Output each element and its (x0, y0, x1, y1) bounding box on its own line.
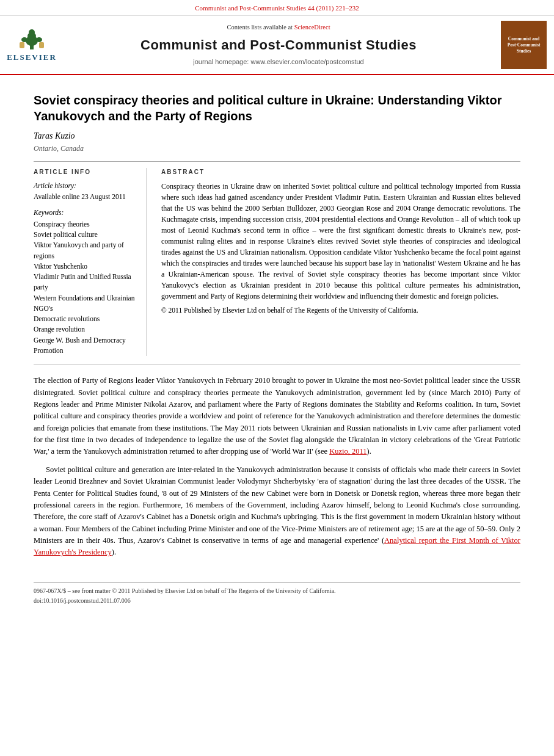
body-paragraph-2: Soviet political culture and generation … (34, 464, 520, 559)
paper-title: Soviet conspiracy theories and political… (34, 92, 520, 124)
divider-2 (34, 365, 520, 365)
elsevier-logo-block: ELSEVIER (7, 21, 56, 69)
abstract-column: ABSTRACT Conspiracy theories in Ukraine … (161, 168, 520, 357)
main-content: Soviet conspiracy theories and political… (0, 75, 554, 571)
keyword-7: Democratic revolutions (34, 314, 137, 324)
divider-1 (34, 161, 520, 162)
journal-title-block: Contents lists available at ScienceDirec… (62, 21, 495, 69)
journal-sidebar-logo: Communist andPost-CommunistStudies (501, 21, 547, 69)
elsevier-logo: ELSEVIER (7, 27, 56, 64)
history-label: Article history: (34, 181, 137, 191)
journal-reference: Communist and Post-Communist Studies 44 … (0, 0, 554, 16)
sciencedirect-link[interactable]: ScienceDirect (294, 24, 330, 31)
body-paragraph-1: The election of Party of Regions leader … (34, 375, 520, 458)
keywords-list: Conspiracy theories Soviet political cul… (34, 219, 137, 356)
body-text: The election of Party of Regions leader … (34, 375, 520, 559)
article-info-heading: ARTICLE INFO (34, 168, 137, 176)
author-affiliation: Ontario, Canada (34, 144, 520, 154)
inline-link-kuzio[interactable]: Kuzio, 2011 (329, 447, 366, 456)
svg-point-5 (36, 37, 42, 42)
abstract-paragraph-1: Conspiracy theories in Ukraine draw on i… (161, 181, 520, 302)
footer: 0967-067X/$ – see front matter © 2011 Pu… (34, 582, 520, 606)
abstract-copyright: © 2011 Published by Elsevier Ltd on beha… (161, 305, 520, 316)
journal-title: Communist and Post-Communist Studies (140, 36, 417, 55)
journal-header: ELSEVIER Contents lists available at Sci… (0, 16, 554, 75)
elsevier-wordmark: ELSEVIER (7, 52, 57, 63)
keyword-8: Orange revolution (34, 324, 137, 335)
keyword-2: Soviet political culture (34, 230, 137, 240)
svg-point-4 (21, 37, 27, 42)
inline-link-analytical[interactable]: Analytical report the First Month of Vik… (34, 536, 520, 556)
svg-rect-6 (20, 42, 24, 48)
elsevier-tree-icon (16, 27, 47, 51)
keyword-9: George W. Bush and Democracy Promotion (34, 335, 137, 357)
journal-sidebar-title: Communist andPost-CommunistStudies (508, 36, 541, 54)
keyword-1: Conspiracy theories (34, 219, 137, 230)
abstract-heading: ABSTRACT (161, 168, 520, 176)
footer-doi: doi:10.1016/j.postcomstud.2011.07.006 (34, 596, 520, 606)
svg-rect-7 (39, 42, 44, 48)
footer-issn: 0967-067X/$ – see front matter © 2011 Pu… (34, 586, 520, 596)
abstract-body: Conspiracy theories in Ukraine draw on i… (161, 181, 520, 316)
contents-available: Contents lists available at ScienceDirec… (227, 23, 330, 32)
keyword-4: Viktor Yushchenko (34, 261, 137, 272)
svg-point-3 (29, 29, 35, 35)
article-info-abstract: ARTICLE INFO Article history: Available … (34, 168, 520, 357)
keyword-5: Vladimir Putin and Unified Russia party (34, 272, 137, 293)
keyword-3: Viktor Yanukovych and party of regions (34, 240, 137, 261)
available-online: Available online 23 August 2011 (34, 192, 137, 202)
keyword-6: Western Foundations and Ukrainian NGO's (34, 293, 137, 314)
article-info-column: ARTICLE INFO Article history: Available … (34, 168, 147, 357)
author-name: Taras Kuzio (34, 130, 520, 142)
journal-homepage: journal homepage: www.elsevier.com/locat… (193, 57, 363, 67)
keywords-label: Keywords: (34, 208, 137, 217)
